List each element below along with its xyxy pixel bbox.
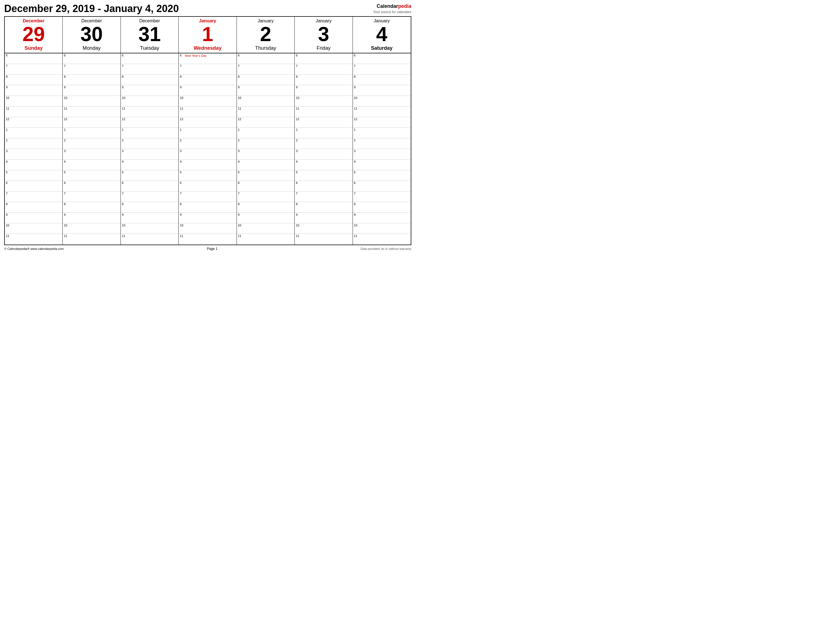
time-slot-3-12: 6: [179, 181, 236, 191]
time-slot-3-2: 8: [179, 75, 236, 85]
time-label: 11: [238, 235, 242, 238]
day-header-sat: January 4 Saturday: [353, 17, 411, 53]
time-label: 10: [122, 97, 126, 100]
time-slot-4-8: 2: [237, 138, 295, 149]
day-number-1: 30: [64, 24, 119, 44]
time-slot-3-13: 7: [179, 191, 236, 202]
time-slot-6-4: 10: [353, 96, 411, 107]
time-label: 7: [180, 192, 184, 195]
time-slot-0-1: 7: [5, 64, 62, 75]
time-slot-0-5: 11: [5, 107, 62, 117]
time-label: 2: [180, 139, 184, 142]
time-label: 9: [180, 213, 184, 216]
time-slot-4-9: 3: [237, 149, 295, 160]
time-label: 9: [122, 213, 126, 216]
time-slot-6-2: 8: [353, 75, 411, 85]
time-slot-5-14: 8: [295, 202, 352, 213]
time-label: 1: [238, 128, 242, 131]
brand-subtitle: Your source for calendars: [373, 10, 411, 14]
time-slot-3-9: 3: [179, 149, 236, 160]
time-label: 9: [238, 86, 242, 89]
time-label: 4: [296, 160, 300, 163]
time-column-0: 67891011121234567891011: [5, 53, 63, 245]
time-label: 2: [64, 139, 68, 142]
time-label: 11: [122, 107, 126, 110]
time-label: 11: [180, 235, 184, 238]
day-header-wed: January 1 Wednesday: [179, 17, 237, 53]
time-slot-6-1: 7: [353, 64, 411, 75]
time-slot-1-9: 3: [63, 149, 120, 160]
time-label: 11: [64, 235, 68, 238]
time-slot-1-12: 6: [63, 181, 120, 191]
time-slot-5-7: 1: [295, 128, 352, 138]
time-label: 6: [64, 181, 68, 184]
time-label: 10: [122, 224, 126, 227]
time-slot-1-8: 2: [63, 138, 120, 149]
time-slot-1-15: 9: [63, 213, 120, 223]
day-name-4: Thursday: [238, 45, 293, 51]
time-slot-1-17: 11: [63, 234, 120, 245]
time-label: 8: [64, 203, 68, 206]
time-slot-5-8: 2: [295, 138, 352, 149]
time-slot-3-11: 5: [179, 170, 236, 181]
time-label: 6: [64, 54, 68, 57]
time-slot-0-15: 9: [5, 213, 62, 223]
time-label: 10: [180, 224, 184, 227]
time-slot-2-13: 7: [121, 191, 178, 202]
time-label: 8: [180, 75, 184, 78]
time-slot-5-11: 5: [295, 170, 352, 181]
time-slot-2-1: 7: [121, 64, 178, 75]
time-label: 10: [238, 97, 242, 100]
time-slot-3-4: 10: [179, 96, 236, 107]
time-label: 8: [6, 203, 10, 206]
time-label: 4: [180, 160, 184, 163]
time-slot-0-9: 3: [5, 149, 62, 160]
time-label: 9: [296, 213, 300, 216]
time-label: 12: [180, 118, 184, 121]
time-slot-5-6: 12: [295, 117, 352, 128]
brand-name: Calendarpedia: [373, 3, 411, 10]
time-slot-6-11: 5: [353, 170, 411, 181]
time-label: 6: [238, 54, 242, 57]
time-slot-0-14: 8: [5, 202, 62, 213]
time-label: 5: [180, 171, 184, 174]
time-label: 2: [354, 139, 358, 142]
time-slot-6-8: 2: [353, 138, 411, 149]
time-slot-6-13: 7: [353, 191, 411, 202]
time-slot-2-8: 2: [121, 138, 178, 149]
time-label: 8: [238, 75, 242, 78]
time-label: 3: [296, 149, 300, 153]
time-label: 10: [354, 224, 358, 227]
time-label: 2: [6, 139, 10, 142]
time-column-2: 67891011121234567891011: [121, 53, 179, 245]
page-title: December 29, 2019 - January 4, 2020: [4, 3, 179, 14]
time-label: 5: [64, 171, 68, 174]
time-slot-5-4: 10: [295, 96, 352, 107]
time-label: 3: [6, 149, 10, 153]
time-slot-2-9: 3: [121, 149, 178, 160]
time-label: 7: [6, 192, 10, 195]
time-slot-3-1: 7: [179, 64, 236, 75]
time-slot-1-11: 5: [63, 170, 120, 181]
time-slot-1-1: 7: [63, 64, 120, 75]
time-slot-2-12: 6: [121, 181, 178, 191]
time-slot-6-5: 11: [353, 107, 411, 117]
time-slot-6-10: 4: [353, 160, 411, 170]
time-slot-0-2: 8: [5, 75, 62, 85]
time-label: 6: [6, 54, 10, 57]
time-slot-2-7: 1: [121, 128, 178, 138]
time-label: 6: [354, 54, 358, 57]
time-slot-0-8: 2: [5, 138, 62, 149]
day-number-5: 3: [296, 24, 351, 44]
time-slot-4-0: 6: [237, 53, 295, 64]
time-slot-3-7: 1: [179, 128, 236, 138]
time-slot-4-3: 9: [237, 85, 295, 96]
time-slot-4-14: 8: [237, 202, 295, 213]
time-slot-1-0: 6: [63, 53, 120, 64]
time-label: 9: [64, 213, 68, 216]
time-slot-4-10: 4: [237, 160, 295, 170]
time-label: 7: [354, 65, 358, 68]
time-slot-4-2: 8: [237, 75, 295, 85]
time-label: 4: [6, 160, 10, 163]
time-slot-5-16: 10: [295, 223, 352, 234]
